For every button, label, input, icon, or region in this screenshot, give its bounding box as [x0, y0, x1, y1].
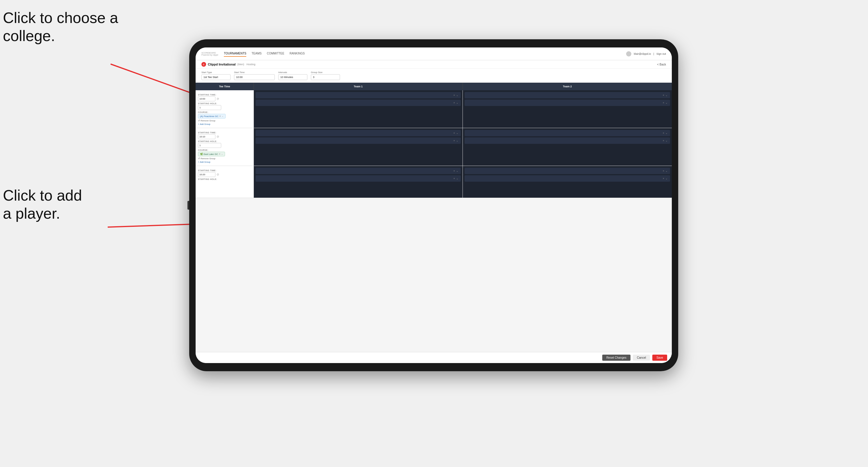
player-reorder-1-1[interactable]: ⌄ [456, 94, 459, 97]
team1-panel-3: × ⌄ × ⌄ [254, 166, 463, 198]
player-x-3-1[interactable]: × [454, 132, 455, 134]
starting-time-input-3[interactable] [198, 172, 215, 177]
player-expand-1-1[interactable]: × [454, 94, 455, 97]
sub-header: C Clippd Invitational (Men) Hosting < Ba… [196, 60, 672, 69]
nav-rankings[interactable]: RANKINGS [290, 51, 305, 57]
player-row-2-1[interactable]: × ⌄ [465, 92, 670, 98]
team1-panel-1: × ⌄ × ⌄ [254, 90, 463, 128]
player-v-5-2[interactable]: ⌄ [456, 177, 459, 180]
cancel-button[interactable]: Cancel [633, 354, 650, 361]
player-controls-2-1: × ⌄ [663, 94, 668, 97]
add-group-link-2[interactable]: + Add Group [198, 161, 251, 163]
course-tag-remove-2[interactable]: × [219, 153, 220, 155]
save-button[interactable]: Save [652, 354, 667, 361]
player-controls-5-1: × ⌄ [454, 169, 459, 173]
sub-header-title: Clippd Invitational [208, 63, 236, 66]
course-tag-peachtree[interactable]: (A) Peachtree GC × ⌄ [198, 114, 225, 119]
intervals-group: Intervals 10 Minutes [278, 71, 307, 80]
intervals-label: Intervals [278, 71, 307, 74]
player-x-4-2[interactable]: × [663, 139, 664, 142]
tablet-screen: SCOREBOARD Powered by clippd TOURNAMENTS… [196, 48, 672, 363]
nav-separator: | [653, 53, 654, 55]
table-header: Tee Time Team 1 Team 2 [196, 83, 672, 90]
player-row-6-2[interactable]: × ⌄ [465, 175, 670, 182]
player-v-4-1[interactable]: ⌄ [665, 132, 668, 134]
player-v-3-2[interactable]: ⌄ [456, 139, 459, 142]
intervals-select[interactable]: 10 Minutes [278, 74, 307, 80]
player-x-2-2[interactable]: × [663, 101, 664, 104]
player-row-5-1[interactable]: × ⌄ [255, 168, 461, 174]
remove-group-link-2[interactable]: ↺ Remove Group [198, 157, 251, 160]
player-x-5-2[interactable]: × [454, 177, 455, 180]
nav-sign-out[interactable]: Sign out [656, 53, 666, 55]
player-v-6-2[interactable]: ⌄ [665, 177, 668, 180]
col-tee-time: Tee Time [196, 83, 254, 90]
starting-hole-select-2[interactable]: 1 [198, 143, 221, 148]
player-x-4-1[interactable]: × [663, 132, 664, 134]
nav-links: TOURNAMENTS TEAMS COMMITTEE RANKINGS [224, 51, 626, 57]
starting-hole-select-1[interactable]: 1 [198, 105, 221, 110]
tablet-frame: SCOREBOARD Powered by clippd TOURNAMENTS… [189, 39, 678, 371]
schedule-row-2: STARTING TIME: ⏱ STARTING HOLE: 1 COURSE… [196, 128, 672, 166]
course-tag-remove-1[interactable]: × [219, 115, 221, 118]
tablet-side-button [187, 201, 189, 210]
player-v-2-2[interactable]: ⌄ [665, 101, 668, 104]
team1-panel-2: × ⌄ × ⌄ [254, 128, 463, 166]
annotation-choose-college: Click to choose a college. [3, 9, 118, 45]
start-time-input[interactable] [234, 74, 275, 80]
player-row-4-1[interactable]: × ⌄ [465, 130, 670, 136]
player-v-5-1[interactable]: ⌄ [456, 169, 459, 173]
starting-time-label-1: STARTING TIME: [198, 94, 251, 96]
player-row-3-1[interactable]: × ⌄ [255, 130, 461, 136]
back-button[interactable]: < Back [657, 63, 666, 66]
start-type-select[interactable]: 1st Tee Start [202, 74, 230, 80]
col-team1: Team 1 [254, 83, 463, 90]
reset-changes-button[interactable]: Reset Changes [602, 354, 630, 361]
player-row-6-1[interactable]: × ⌄ [465, 168, 670, 174]
sub-header-logo: C [202, 62, 206, 67]
left-panel-2: STARTING TIME: ⏱ STARTING HOLE: 1 COURSE… [196, 128, 254, 166]
player-x-2-1[interactable]: × [663, 94, 664, 97]
course-tags-2: 🌿 East Lake GC × ⌄ [198, 152, 251, 156]
starting-hole-label-1: STARTING HOLE: [198, 102, 251, 104]
team2-panel-2: × ⌄ × ⌄ [463, 128, 672, 166]
player-v-2-1[interactable]: ⌄ [665, 94, 668, 97]
start-type-label: Start Type [202, 71, 230, 74]
starting-time-input-1[interactable] [198, 96, 215, 101]
player-row-5-2[interactable]: × ⌄ [255, 175, 461, 182]
team2-panel-1: × ⌄ × ⌄ [463, 90, 672, 128]
player-controls-1-1: × ⌄ [454, 94, 459, 97]
player-row-1-1[interactable]: × ⌄ [255, 92, 461, 98]
course-tag-eastlake[interactable]: 🌿 East Lake GC × ⌄ [198, 152, 225, 156]
course-label-2: COURSE: [198, 149, 251, 151]
main-content: Tee Time Team 1 Team 2 STARTING TIME: ⏱ … [196, 83, 672, 352]
nav-committee[interactable]: COMMITTEE [267, 51, 284, 57]
player-row-4-2[interactable]: × ⌄ [465, 137, 670, 144]
player-v-3-1[interactable]: ⌄ [456, 132, 459, 134]
player-x-3-2[interactable]: × [454, 139, 455, 142]
player-v-4-2[interactable]: ⌄ [665, 139, 668, 142]
player-row-3-2[interactable]: × ⌄ [255, 137, 461, 144]
player-v-6-1[interactable]: ⌄ [665, 169, 668, 173]
player-row-2-2[interactable]: × ⌄ [465, 100, 670, 106]
time-icon-3: ⏱ [217, 173, 219, 176]
remove-group-link-1[interactable]: ↺ Remove Group [198, 119, 251, 122]
player-row-1-2[interactable]: × ⌄ [255, 100, 461, 106]
start-time-label: Start Time [234, 71, 275, 74]
starting-hole-label-2: STARTING HOLE: [198, 140, 251, 143]
annotation-add-player: Click to add a player. [3, 186, 82, 223]
player-controls-3-1: × ⌄ [454, 132, 459, 134]
group-size-select[interactable]: 3 [311, 74, 340, 80]
player-x-6-2[interactable]: × [663, 177, 664, 180]
player-x-6-1[interactable]: × [663, 169, 664, 173]
player-controls-1-2: × ⌄ [454, 101, 459, 104]
player-expand-1-2[interactable]: × [454, 101, 455, 104]
schedule-row-1: STARTING TIME: ⏱ STARTING HOLE: 1 COURSE… [196, 90, 672, 128]
nav-teams[interactable]: TEAMS [251, 51, 261, 57]
add-group-link-1[interactable]: + Add Group [198, 123, 251, 125]
starting-time-input-2[interactable] [198, 134, 215, 139]
player-reorder-1-2[interactable]: ⌄ [456, 101, 459, 104]
player-controls-5-2: × ⌄ [454, 177, 459, 180]
player-x-5-1[interactable]: × [454, 169, 455, 173]
nav-tournaments[interactable]: TOURNAMENTS [224, 51, 246, 57]
